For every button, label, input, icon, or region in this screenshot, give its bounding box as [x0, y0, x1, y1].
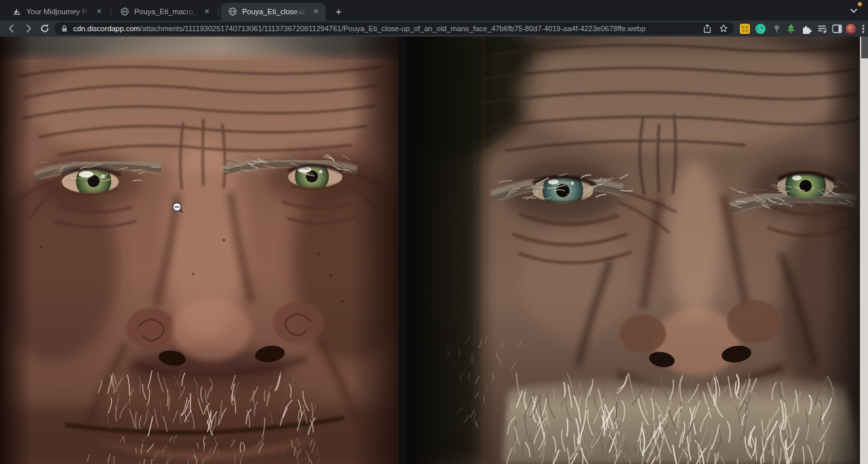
menu-kebab-icon[interactable]: [859, 23, 867, 35]
url-domain: cdn.discordapp.com: [73, 24, 140, 33]
scrollbar-thumb[interactable]: [861, 37, 868, 58]
reload-button[interactable]: [39, 22, 51, 35]
globe-icon: [120, 7, 130, 16]
notification-dot: [858, 2, 862, 6]
back-button[interactable]: [5, 22, 18, 35]
lock-icon[interactable]: [60, 24, 69, 33]
tab-title: Pouya_Eti_close-up_of_an_ol: [242, 7, 308, 16]
tab-separator: [218, 7, 219, 16]
forward-button[interactable]: [22, 22, 35, 35]
tab-title: Pouya_Eti_macro_photo_of_a: [134, 7, 199, 16]
teal-moon-extension-icon[interactable]: [755, 23, 766, 35]
address-bar[interactable]: cdn.discordapp.com/attachments/111193025…: [54, 22, 734, 35]
tab-title: Your Midjourney Profile: [26, 7, 91, 16]
extensions-puzzle-icon[interactable]: [801, 23, 812, 35]
midjourney-logo-icon: [12, 7, 22, 16]
tab-close-icon[interactable]: ×: [311, 6, 321, 17]
profile-avatar[interactable]: [845, 23, 857, 35]
globe-icon: [228, 7, 237, 16]
tab-separator: [111, 7, 111, 16]
pinned-gray-extension-icon[interactable]: [771, 23, 783, 35]
side-panel-icon[interactable]: [831, 23, 843, 35]
new-tab-button[interactable]: +: [332, 5, 346, 19]
bookmark-star-icon[interactable]: [719, 24, 728, 33]
url-text[interactable]: cdn.discordapp.com/attachments/111193025…: [73, 24, 703, 33]
toolbar: cdn.discordapp.com/attachments/111193025…: [0, 20, 868, 37]
tab-strip: Your Midjourney Profile × Pouya_Eti_macr…: [0, 0, 868, 20]
tab-search-chevron-icon[interactable]: [848, 5, 860, 17]
image-viewer-page: [0, 37, 868, 464]
url-path: /attachments/1111930251740713061/1113736…: [140, 24, 645, 33]
zoom-out-cursor-icon: [172, 201, 184, 214]
tab-midjourney-profile[interactable]: Your Midjourney Profile ×: [5, 3, 108, 20]
portrait-right-image[interactable]: [407, 37, 860, 464]
green-tree-extension-icon[interactable]: [785, 23, 797, 35]
tab-macro-photo[interactable]: Pouya_Eti_macro_photo_of_a ×: [113, 3, 216, 20]
tab-closeup-photo-active[interactable]: Pouya_Eti_close-up_of_an_ol ×: [221, 3, 326, 20]
share-icon[interactable]: [703, 24, 712, 33]
yellow-grid-extension-icon[interactable]: [739, 23, 751, 35]
tab-close-icon[interactable]: ×: [201, 6, 212, 17]
browser-window: Your Midjourney Profile × Pouya_Eti_macr…: [0, 0, 868, 464]
tab-close-icon[interactable]: ×: [94, 6, 104, 17]
media-controls-icon[interactable]: [816, 23, 828, 35]
scrollbar[interactable]: [860, 37, 868, 464]
portrait-left-image[interactable]: [0, 37, 399, 464]
